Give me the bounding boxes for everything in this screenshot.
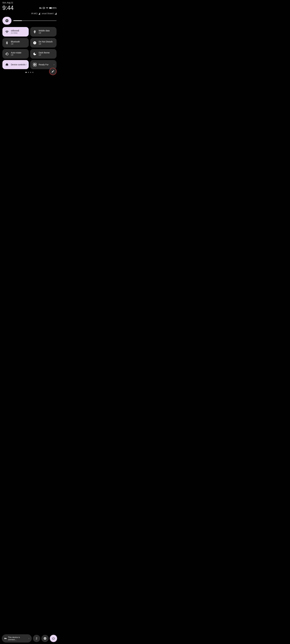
svg-rect-1 [52,8,52,8]
battery-display: 85% [49,7,57,9]
date-display: Sun, Aug 11 [3,2,57,4]
mobile-data-tile-subtitle: Off [39,32,50,34]
bluetooth-tile-text: Bluetooth Off [11,40,20,45]
battery-icon [49,7,52,9]
vibrate-icon [43,7,45,9]
wifi-tile-title: vidivoodi [11,30,19,32]
tile-device-controls[interactable]: Device controls › [3,60,29,69]
mobile-data-tile-title: Mobile data [39,30,50,32]
tile-auto-rotate[interactable]: Auto-rotate Off [3,49,29,58]
device-controls-tile-title: Device controls [11,64,25,66]
do-not-disturb-tile-title: Do Not Disturb [39,40,53,43]
bluetooth-tile-title: Bluetooth [11,40,20,43]
tile-mobile-data[interactable]: Mobile data Off [30,27,57,36]
status-bar: Sun, Aug 11 9:44 85% [0,0,59,12]
bluetooth-tile-icon [5,41,9,45]
signal-icon-2 [54,12,57,15]
dot-3 [30,72,31,73]
auto-rotate-tile-icon [5,52,9,56]
dot-1 [26,72,27,73]
auto-rotate-tile-text: Auto-rotate Off [11,52,21,56]
device-controls-tile-text: Device controls [11,64,25,66]
tile-do-not-disturb[interactable]: Do Not Disturb Off [30,38,57,48]
carrier-ir-mci-name: IR-MCI [31,12,38,15]
ready-for-tile-title: Ready For [39,64,49,66]
dark-theme-tile-icon [33,52,37,56]
brightness-icon-pill[interactable] [3,17,12,24]
wifi-tile-text: vidivoodi 2.4 GHz [11,30,19,34]
wifi-status-icon [46,7,48,9]
brightness-control[interactable] [0,16,59,27]
signal-icon-1 [38,12,40,15]
auto-rotate-tile-title: Auto-rotate [11,52,21,54]
carrier-smart-shatel-name: smart Shatel I [42,12,54,15]
brightness-fill [13,20,22,21]
dot-4 [32,72,33,73]
quick-settings-grid: vidivoodi 2.4 GHz Mobile data Off Blueto… [0,27,59,69]
wifi-tile-subtitle: 2.4 GHz [11,32,19,34]
tile-dark-theme[interactable]: Dark theme Off [30,49,57,58]
do-not-disturb-tile-icon [33,41,37,45]
mobile-data-tile-text: Mobile data Off [39,30,50,34]
pencil-icon [51,70,54,73]
auto-rotate-tile-subtitle: Off [11,54,21,56]
edit-button[interactable] [49,68,57,75]
ready-for-tile-text: Ready For [39,64,49,66]
ready-for-arrow: › [54,63,54,66]
wifi-tile-icon [5,30,9,34]
time-display: 9:44 [3,5,14,11]
dark-theme-tile-subtitle: Off [39,54,50,56]
page-indicator-row [0,69,59,74]
do-not-disturb-tile-text: Do Not Disturb Off [39,40,53,45]
spacer [0,74,59,137]
device-controls-tile-icon [5,62,9,67]
tile-bluetooth[interactable]: Bluetooth Off [3,38,29,48]
device-controls-arrow: › [26,63,27,66]
do-not-disturb-tile-subtitle: Off [39,43,53,45]
key-icon [39,7,42,9]
bluetooth-tile-subtitle: Off [11,43,20,45]
mobile-data-tile-icon [33,30,37,34]
svg-rect-2 [49,8,51,8]
brightness-slider[interactable] [13,20,57,21]
carrier-ir-mci: IR-MCI [31,12,40,15]
status-icons: 85% [39,7,57,9]
carrier-smart-shatel: smart Shatel I [42,12,57,15]
carriers-row: IR-MCI smart Shatel I [0,12,59,16]
gear-brightness-icon [5,19,9,23]
ready-for-tile-icon [33,62,37,67]
dark-theme-tile-text: Dark theme Off [39,52,50,56]
dot-2 [28,72,29,73]
dark-theme-tile-title: Dark theme [39,52,50,54]
tile-wifi[interactable]: vidivoodi 2.4 GHz [3,27,29,36]
